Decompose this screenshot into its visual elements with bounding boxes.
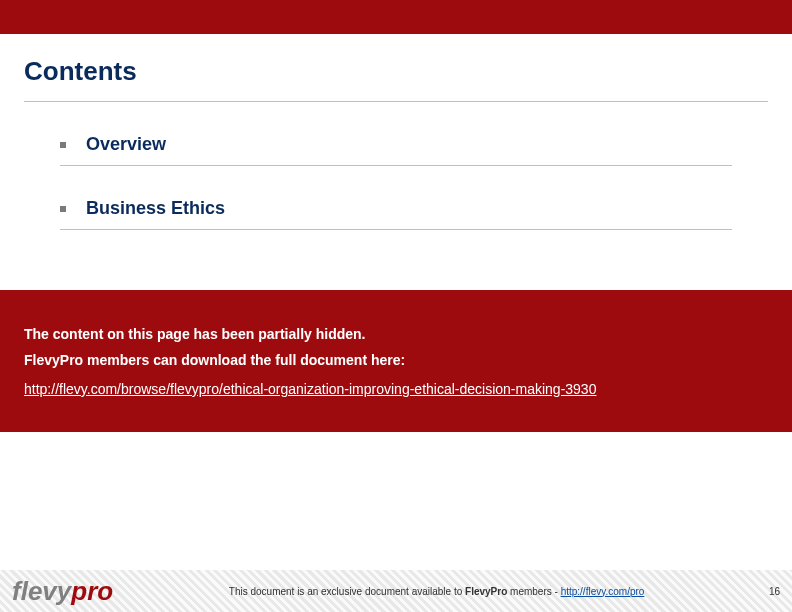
header: Contents — [0, 34, 792, 95]
bullet-icon — [60, 142, 66, 148]
page-title: Contents — [24, 56, 768, 87]
logo-part1: flevy — [12, 576, 71, 607]
hidden-content-notice: The content on this page has been partia… — [0, 290, 792, 432]
toc-label: Overview — [86, 134, 166, 155]
notice-line1: The content on this page has been partia… — [24, 326, 768, 342]
page-number: 16 — [760, 586, 780, 597]
logo-part2: pro — [71, 576, 113, 607]
disclaimer-bold: FlevyPro — [465, 586, 507, 597]
toc-list: Overview Business Ethics — [0, 102, 792, 230]
footer-logo: flevypro — [12, 576, 113, 607]
footer: flevypro This document is an exclusive d… — [0, 570, 792, 612]
toc-label: Business Ethics — [86, 198, 225, 219]
toc-item-business-ethics: Business Ethics — [60, 166, 732, 230]
top-accent-bar — [0, 0, 792, 34]
disclaimer-prefix: This document is an exclusive document a… — [229, 586, 465, 597]
notice-link[interactable]: http://flevy.com/browse/flevypro/ethical… — [24, 381, 596, 397]
toc-item-overview: Overview — [60, 102, 732, 166]
footer-disclaimer: This document is an exclusive document a… — [113, 586, 760, 597]
footer-link[interactable]: http://flevy.com/pro — [561, 586, 645, 597]
bullet-icon — [60, 206, 66, 212]
notice-line2: FlevyPro members can download the full d… — [24, 352, 768, 368]
disclaimer-suffix: members - — [507, 586, 560, 597]
